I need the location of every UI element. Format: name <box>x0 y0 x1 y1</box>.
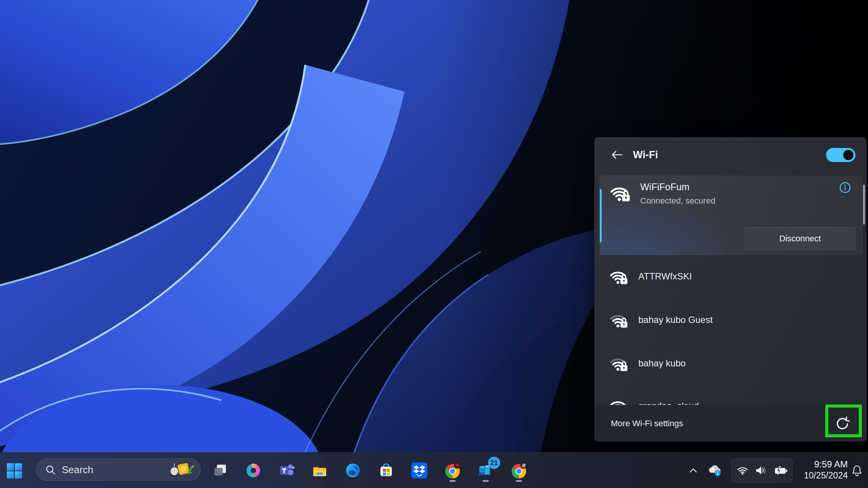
onedrive-tray-button[interactable] <box>707 462 723 479</box>
task-view-button[interactable] <box>208 458 232 483</box>
network-row-grandpa-cloud[interactable]: grandpa_cloud <box>595 391 866 406</box>
copilot-icon <box>245 462 261 478</box>
dropbox-icon <box>411 462 427 478</box>
profile-avatar-gray <box>520 462 527 469</box>
network-name: ATTRWfxSKI <box>638 271 692 282</box>
start-button[interactable] <box>5 462 24 480</box>
network-row-attrwfxski[interactable]: ATTRWfxSKI <box>595 261 866 292</box>
chevron-up-icon <box>688 467 698 474</box>
notification-bell-button[interactable] <box>849 462 865 479</box>
search-label: Search <box>62 464 93 476</box>
quick-settings-button[interactable] <box>731 458 793 483</box>
toggle-knob <box>843 150 854 160</box>
connected-network-status: Connected, secured <box>640 196 715 206</box>
windows-logo-icon <box>6 463 23 479</box>
search-icon <box>45 465 56 475</box>
chrome-profile2-button[interactable] <box>507 458 531 483</box>
chrome-icon <box>444 462 461 479</box>
wifi-panel-title: Wi-Fi <box>633 148 658 162</box>
wifi-secured-icon-medium <box>609 354 630 373</box>
teams-icon <box>279 462 295 478</box>
refresh-button[interactable] <box>833 414 852 433</box>
wifi-flyout-panel: Wi-Fi WiFiFoFum Connected, secured <box>594 137 866 441</box>
volume-icon <box>755 465 768 476</box>
file-explorer-icon <box>312 462 328 478</box>
network-name: bahay kubo <box>638 358 686 369</box>
teams-button[interactable] <box>274 458 299 483</box>
more-wifi-settings-link[interactable]: More Wi-Fi settings <box>611 405 683 441</box>
taskbar: Search <box>0 452 868 488</box>
taskbar-app-icons: 21 <box>208 458 531 483</box>
wifi-panel-footer: More Wi-Fi settings <box>595 405 866 441</box>
running-indicator <box>449 480 456 482</box>
info-icon <box>839 181 851 194</box>
onedrive-cloud-info-icon <box>708 464 722 477</box>
selection-accent-bar <box>600 189 602 242</box>
search-box[interactable]: Search <box>36 458 201 481</box>
dropbox-button[interactable] <box>407 458 432 483</box>
disconnect-label: Disconnect <box>779 234 821 244</box>
disconnect-button[interactable]: Disconnect <box>744 227 856 250</box>
network-properties-button[interactable] <box>839 181 851 194</box>
date-text: 10/25/2024 <box>796 470 848 481</box>
tray-overflow-button[interactable] <box>685 462 702 479</box>
phone-link-button[interactable]: 21 <box>473 458 498 483</box>
clock[interactable]: 9:59 AM 10/25/2024 <box>796 459 848 481</box>
task-view-icon <box>213 463 228 478</box>
running-indicator <box>516 480 522 482</box>
network-list: ATTRWfxSKI bahay kubo Guest bahay kubo <box>595 255 866 406</box>
wifi-tray-icon <box>736 465 749 476</box>
wifi-toggle[interactable] <box>826 148 855 162</box>
battery-charging-icon <box>774 465 788 476</box>
wifi-secured-icon-medium <box>609 310 630 329</box>
copilot-button[interactable] <box>241 458 266 483</box>
network-row-bahay-kubo-guest[interactable]: bahay kubo Guest <box>595 305 866 335</box>
connected-network-card[interactable]: WiFiFoFum Connected, secured Disconnect <box>599 176 862 255</box>
wifi-secured-icon <box>609 267 630 286</box>
wifi-secured-icon <box>609 396 630 406</box>
desktop: Wi-Fi WiFiFoFum Connected, secured <box>0 0 868 488</box>
bell-icon <box>851 464 863 477</box>
panel-scrollbar[interactable] <box>863 185 865 225</box>
profile-avatar-red <box>454 462 461 469</box>
wifi-secured-icon <box>610 182 633 203</box>
back-arrow-icon <box>611 150 623 159</box>
edge-button[interactable] <box>341 458 365 483</box>
back-button[interactable] <box>609 148 625 162</box>
running-indicator <box>483 480 489 482</box>
edge-icon <box>345 462 361 478</box>
chrome-icon <box>510 462 528 479</box>
wifi-panel-header: Wi-Fi <box>595 138 866 172</box>
network-row-bahay-kubo[interactable]: bahay kubo <box>595 348 866 379</box>
chrome-profile1-button[interactable] <box>440 458 465 483</box>
network-name: bahay kubo Guest <box>638 315 713 325</box>
file-explorer-button[interactable] <box>308 458 332 483</box>
microsoft-store-button[interactable] <box>374 458 398 483</box>
microsoft-store-icon <box>378 462 394 478</box>
notification-badge: 21 <box>488 457 500 469</box>
time-text: 9:59 AM <box>796 459 848 470</box>
refresh-icon <box>834 415 851 432</box>
search-highlight-food-art <box>168 461 195 479</box>
connected-network-name: WiFiFoFum <box>640 181 689 193</box>
